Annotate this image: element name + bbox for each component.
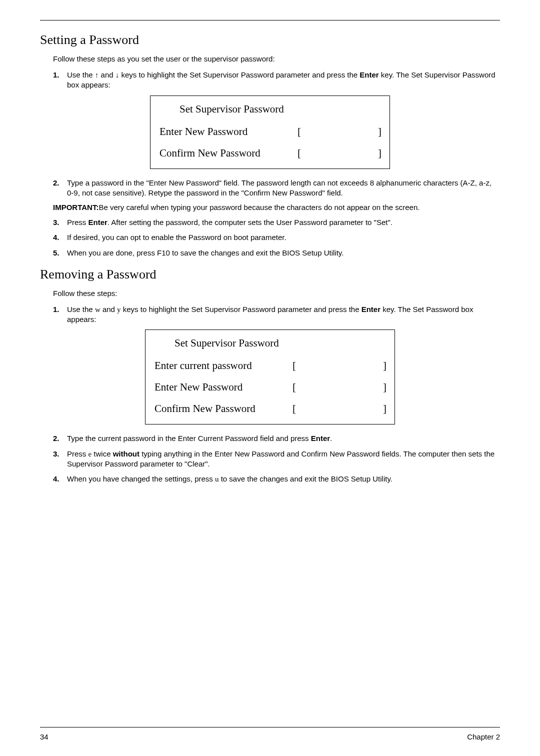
step-num: 3. — [53, 449, 67, 470]
text-fragment: . — [330, 434, 332, 442]
enter-current-password-row: Enter current password [ ] — [154, 360, 390, 372]
step-num: 1. — [53, 304, 67, 325]
text-fragment: Use the — [67, 70, 95, 79]
text-fragment: keys to highlight the Set Supervisor Pas… — [121, 305, 362, 314]
text-fragment: . After setting the password, the comput… — [108, 218, 392, 226]
text-fragment: Use the — [67, 305, 95, 314]
step-text: Use the ↑ and ↓ keys to highlight the Se… — [67, 70, 500, 90]
field-label: Confirm New Password — [160, 147, 294, 160]
enter-key-label: Enter — [311, 434, 330, 442]
bracket-close-icon: ] — [383, 402, 386, 415]
confirm-new-password-row: Confirm New Password [ ] — [154, 402, 390, 415]
intro-text-2: Follow these steps: — [53, 289, 500, 298]
text-fragment: Press — [67, 218, 88, 226]
text-fragment: twice — [92, 450, 113, 458]
field-label: Confirm New Password — [154, 402, 290, 415]
enter-new-password-row: Enter New Password [ ] — [160, 126, 384, 138]
enter-key-label: Enter — [88, 218, 108, 226]
steps-list-1b: 2. Type a password in the "Enter New Pas… — [53, 178, 500, 198]
bracket-open-icon: [ — [298, 147, 301, 160]
bracket-open-icon: [ — [292, 381, 296, 394]
steps-list-2: 1. Use the w and y keys to highlight the… — [53, 304, 500, 325]
enter-key-label: Enter — [362, 305, 380, 314]
step-1-4: 4. If desired, you can opt to enable the… — [53, 232, 500, 242]
step-text: When you have changed the settings, pres… — [67, 474, 500, 484]
text-fragment: and — [100, 305, 117, 314]
step-num: 4. — [53, 474, 67, 484]
step-num: 1. — [53, 70, 67, 90]
step-num: 2. — [53, 434, 67, 444]
set-supervisor-password-dialog-2: Set Supervisor Password Enter current pa… — [145, 330, 395, 424]
step-2-4: 4. When you have changed the settings, p… — [53, 474, 500, 484]
enter-key-label: Enter — [360, 70, 378, 79]
step-num: 2. — [53, 178, 67, 198]
page-footer: 34 Chapter 2 — [40, 727, 500, 741]
footer-rule — [40, 727, 500, 728]
bracket-open-icon: [ — [298, 126, 301, 138]
step-num: 4. — [53, 232, 67, 242]
section-heading-setting: Setting a Password — [40, 32, 500, 48]
page-number: 34 — [40, 732, 48, 741]
bracket-open-icon: [ — [292, 360, 296, 372]
steps-list-2b: 2. Type the current password in the Ente… — [53, 434, 500, 484]
step-1-1: 1. Use the ↑ and ↓ keys to highlight the… — [53, 70, 500, 90]
steps-list-1: 1. Use the ↑ and ↓ keys to highlight the… — [53, 70, 500, 90]
step-num: 5. — [53, 248, 67, 258]
field-label: Enter New Password — [160, 126, 294, 138]
step-2-3: 3. Press e twice without typing anything… — [53, 449, 500, 470]
step-text: Type a password in the "Enter New Passwo… — [67, 178, 500, 198]
set-supervisor-password-dialog-1: Set Supervisor Password Enter New Passwo… — [150, 96, 390, 169]
dialog-title: Set Supervisor Password — [174, 337, 390, 350]
chapter-label: Chapter 2 — [467, 732, 500, 741]
bracket-close-icon: ] — [378, 126, 382, 138]
step-text: When you are done, press F10 to save the… — [67, 248, 500, 258]
step-1-3: 3. Press Enter. After setting the passwo… — [53, 218, 500, 228]
important-label: IMPORTANT: — [53, 203, 98, 212]
step-text: Type the current password in the Enter C… — [67, 434, 500, 444]
confirm-new-password-row: Confirm New Password [ ] — [160, 147, 384, 160]
top-rule — [40, 20, 500, 20]
w-key-icon: w — [95, 306, 100, 314]
steps-list-1c: 3. Press Enter. After setting the passwo… — [53, 218, 500, 258]
section-heading-removing: Removing a Password — [40, 267, 500, 282]
dialog-title: Set Supervisor Password — [180, 103, 384, 116]
text-fragment: keys to highlight the Set Supervisor Pas… — [119, 70, 360, 79]
important-text: Be very careful when typing your passwor… — [98, 203, 420, 212]
without-bold: without — [113, 450, 140, 458]
step-1-5: 5. When you are done, press F10 to save … — [53, 248, 500, 258]
u-key-icon: u — [215, 475, 219, 483]
step-text: Press e twice without typing anything in… — [67, 449, 500, 470]
field-label: Enter New Password — [154, 381, 290, 394]
text-fragment: and — [98, 70, 115, 79]
step-2-2: 2. Type the current password in the Ente… — [53, 434, 500, 444]
field-label: Enter current password — [154, 360, 290, 372]
text-fragment: When you have changed the settings, pres… — [67, 474, 215, 483]
bracket-close-icon: ] — [383, 381, 386, 394]
step-text: Use the w and y keys to highlight the Se… — [67, 304, 500, 325]
bracket-open-icon: [ — [292, 402, 296, 415]
step-1-2: 2. Type a password in the "Enter New Pas… — [53, 178, 500, 198]
intro-text-1: Follow these steps as you set the user o… — [53, 54, 500, 63]
text-fragment: Type the current password in the Enter C… — [67, 434, 311, 442]
step-num: 3. — [53, 218, 67, 228]
y-key-icon: y — [117, 306, 121, 314]
text-fragment: to save the changes and exit the BIOS Se… — [219, 474, 392, 483]
step-text: Press Enter. After setting the password,… — [67, 218, 500, 228]
enter-new-password-row: Enter New Password [ ] — [154, 381, 390, 394]
bracket-close-icon: ] — [378, 147, 382, 160]
step-2-1: 1. Use the w and y keys to highlight the… — [53, 304, 500, 325]
text-fragment: Press — [67, 450, 88, 458]
step-text: If desired, you can opt to enable the Pa… — [67, 232, 500, 242]
bracket-close-icon: ] — [383, 360, 386, 372]
important-note: IMPORTANT:Be very careful when typing yo… — [53, 203, 500, 212]
